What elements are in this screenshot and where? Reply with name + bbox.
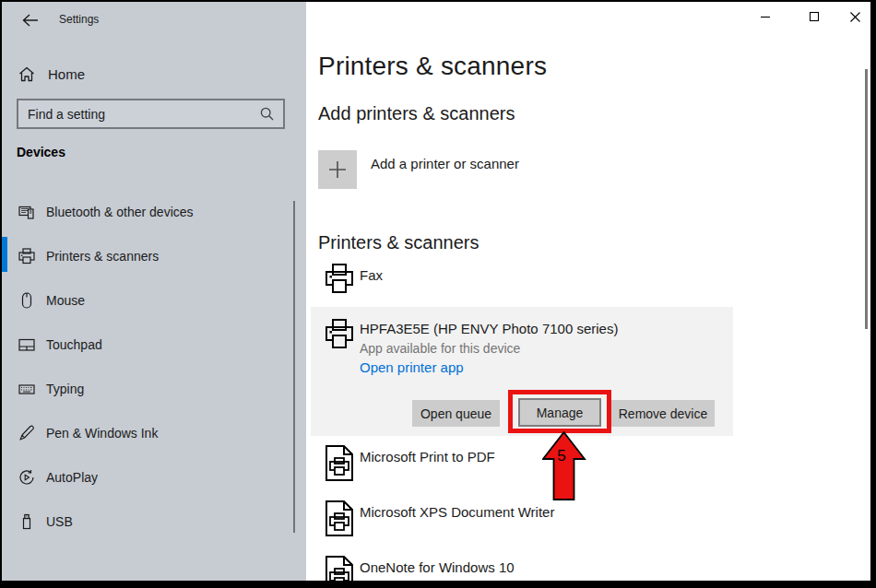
printer-icon: [18, 248, 35, 265]
sidebar-section-header: Devices: [17, 145, 65, 159]
print-to-file-icon: [326, 500, 353, 536]
step-arrow-annotation: 5: [542, 431, 586, 501]
sidebar-item-typing[interactable]: Typing: [2, 370, 306, 407]
close-button[interactable]: [834, 5, 870, 29]
pen-icon: [18, 425, 35, 441]
autoplay-icon: [18, 469, 35, 486]
bluetooth-devices-icon: [18, 204, 35, 220]
sidebar-item-label: USB: [46, 514, 73, 529]
search-input[interactable]: [18, 107, 260, 122]
selected-item-accent-bar: [2, 237, 7, 272]
typing-icon: [18, 381, 35, 397]
add-printer-label[interactable]: Add a printer or scanner: [371, 156, 519, 171]
page-title: Printers & scanners: [318, 52, 547, 81]
back-button[interactable]: [15, 8, 46, 32]
sidebar-item-usb[interactable]: USB: [2, 503, 306, 540]
titlebar-left: Settings: [2, 2, 306, 39]
sidebar-item-label: Typing: [46, 382, 84, 396]
sidebar-item-label: Home: [48, 66, 85, 82]
minimize-button[interactable]: [744, 5, 787, 29]
printer-row-xps[interactable]: Microsoft XPS Document Writer: [360, 504, 554, 520]
main-pane: [306, 2, 870, 581]
app-title: Settings: [59, 13, 99, 26]
printer-row-onenote[interactable]: OneNote for Windows 10: [360, 559, 515, 575]
add-printer-button[interactable]: [318, 150, 357, 189]
add-section-heading: Add printers & scanners: [318, 103, 515, 124]
maximize-button[interactable]: [793, 5, 835, 29]
printers-list-heading: Printers & scanners: [318, 232, 479, 253]
close-icon: [849, 11, 861, 23]
sidebar-item-label: AutoPlay: [46, 470, 98, 485]
search-icon[interactable]: [260, 107, 274, 121]
plus-icon: [328, 160, 347, 179]
main-scrollbar-thumb[interactable]: [865, 69, 868, 329]
remove-device-button[interactable]: Remove device: [611, 400, 715, 427]
printer-row-pdf[interactable]: Microsoft Print to PDF: [360, 449, 495, 465]
sidebar-item-bluetooth[interactable]: Bluetooth & other devices: [2, 194, 306, 230]
sidebar: Settings Home Devices Bluetooth & other …: [2, 2, 306, 581]
minimize-icon: [760, 11, 771, 22]
printer-status: App available for this device: [360, 341, 520, 356]
usb-icon: [18, 513, 35, 530]
sidebar-item-label: Pen & Windows Ink: [46, 426, 158, 441]
open-queue-button[interactable]: Open queue: [412, 400, 500, 427]
sidebar-item-label: Printers & scanners: [46, 249, 159, 264]
sidebar-item-touchpad[interactable]: Touchpad: [2, 326, 306, 363]
printer-row-fax[interactable]: Fax: [360, 267, 383, 283]
sidebar-scrollbar-thumb[interactable]: [293, 201, 295, 533]
printer-icon: [326, 264, 353, 298]
home-icon: [18, 66, 35, 82]
printer-name: HPFA3E5E (HP ENVY Photo 7100 series): [360, 321, 618, 336]
window-body: Settings Home Devices Bluetooth & other …: [2, 2, 870, 581]
sidebar-item-home[interactable]: Home: [2, 57, 306, 90]
printer-icon: [326, 319, 353, 353]
search-box: [17, 99, 285, 129]
print-to-file-icon: [326, 445, 353, 481]
sidebar-item-label: Mouse: [46, 293, 85, 308]
mouse-icon: [18, 292, 35, 309]
step-number: 5: [557, 447, 565, 465]
open-printer-app-link[interactable]: Open printer app: [360, 359, 464, 375]
settings-window: Settings Home Devices Bluetooth & other …: [0, 0, 876, 588]
sidebar-item-label: Bluetooth & other devices: [46, 205, 194, 219]
sidebar-item-pen[interactable]: Pen & Windows Ink: [2, 415, 306, 452]
print-to-file-icon: [326, 556, 353, 581]
sidebar-item-mouse[interactable]: Mouse: [2, 282, 306, 319]
back-arrow-icon: [22, 14, 39, 27]
manage-highlight-box: [508, 390, 611, 433]
sidebar-item-printers[interactable]: Printers & scanners: [2, 238, 306, 275]
sidebar-item-label: Touchpad: [46, 337, 102, 352]
touchpad-icon: [18, 336, 35, 353]
sidebar-item-autoplay[interactable]: AutoPlay: [2, 459, 306, 496]
maximize-icon: [809, 11, 820, 22]
